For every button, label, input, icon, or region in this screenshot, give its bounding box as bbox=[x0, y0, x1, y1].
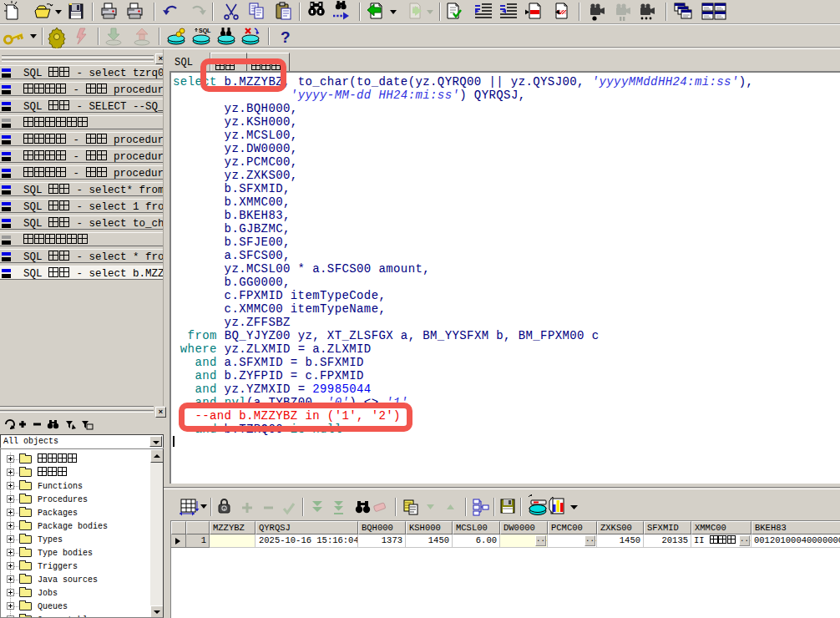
svg-text:SQL: SQL bbox=[199, 28, 211, 34]
svg-text:?: ? bbox=[281, 28, 291, 46]
